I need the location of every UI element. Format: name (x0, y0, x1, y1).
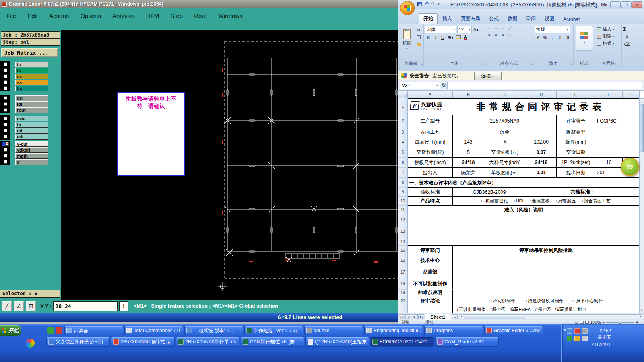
cell[interactable]: 不可以批量制作 (408, 278, 453, 290)
copy-icon[interactable] (415, 34, 422, 40)
align-middle-icon[interactable]: ≡ (493, 26, 499, 31)
row-header[interactable]: 14 (398, 237, 408, 246)
volume-icon[interactable] (582, 328, 588, 334)
restore-button[interactable]: □ (621, 1, 632, 8)
cell[interactable]: 24*18 (526, 158, 557, 168)
cell[interactable] (408, 306, 453, 313)
column-header-D[interactable]: D (526, 91, 557, 98)
cell[interactable]: X (484, 137, 526, 147)
cell[interactable]: （可以批量制作：□是 □否 编写FMEA：□是 □否 编写质量计划:□ (453, 306, 640, 313)
autosum-icon[interactable]: Σ (623, 26, 631, 32)
column-header-F[interactable]: F (595, 91, 623, 98)
layer-row-ydkdrl[interactable]: ydkdrl (0, 147, 61, 153)
cell[interactable]: 验收标准 (408, 188, 453, 197)
cell[interactable] (408, 226, 640, 237)
align-center-icon[interactable]: ≡ (493, 32, 499, 37)
row-header[interactable]: 5 (398, 147, 408, 158)
cell[interactable]: 评审部门 (408, 246, 453, 255)
font-dialog-launcher-icon[interactable]: ↘ (481, 62, 484, 66)
taskbar-button[interactable]: 兴森快捷衡阳分公司订... (46, 337, 110, 347)
redo-icon[interactable]: ↷ (431, 1, 435, 7)
layer-row-ss[interactable]: ss (0, 79, 61, 85)
row-header[interactable]: 3 (398, 127, 408, 137)
excel-titlebar[interactable]: ↶ ↷ ▾ FCGP6CAD20170420-003（2B57X05NA0）请购… (398, 0, 644, 9)
menu-edit[interactable]: Edit (27, 12, 38, 19)
zoom-out-icon[interactable]: − (602, 320, 605, 325)
hscroll-thumb[interactable] (465, 315, 525, 319)
cell[interactable]: 单板面积(㎡) (484, 168, 526, 178)
sheet-tab-sheet1[interactable]: Sheet1 (425, 314, 451, 320)
layer-row-adt[interactable]: adt (0, 134, 61, 140)
align-right-icon[interactable]: ≡ (500, 32, 506, 37)
grid-toggle-icon[interactable]: ⊞ (26, 301, 36, 311)
cell[interactable]: 交货数量(块) (408, 147, 453, 158)
merge-center-icon[interactable]: ⊟ (507, 32, 513, 37)
cell[interactable]: 0.01 (526, 168, 557, 178)
row-header[interactable]: 20 (398, 296, 408, 306)
cell[interactable]: 交货日期 (557, 147, 595, 158)
cell[interactable]: FCGP6C (595, 115, 640, 127)
layer-visibility-checkbox[interactable] (4, 102, 7, 106)
menu-rout[interactable]: Rout (194, 12, 207, 19)
qat-dropdown-icon[interactable]: ▾ (438, 2, 440, 6)
row-header[interactable]: 19 (398, 290, 408, 296)
row-header[interactable]: 6 (398, 158, 408, 168)
cell[interactable]: 板材类型 (557, 127, 595, 137)
font-size-select[interactable]: 12▾ (457, 26, 472, 33)
zoom-slider[interactable] (606, 322, 634, 323)
layer-row-bs[interactable]: bs (0, 85, 61, 91)
layer-row-drl[interactable]: drl (0, 95, 61, 101)
row-header[interactable]: 4 (398, 137, 408, 147)
layer-row-dd[interactable]: dd (0, 128, 61, 134)
insert-cells-button[interactable]: 插入▾ (597, 26, 614, 33)
number-format-select[interactable]: 常规▾ (535, 26, 570, 33)
clipboard-dialog-launcher-icon[interactable]: ↘ (420, 62, 423, 66)
cell[interactable] (595, 147, 640, 158)
menu-options[interactable]: Options (80, 12, 101, 19)
cell[interactable]: 2B57X05NA0 (453, 115, 557, 127)
scroll-up-icon[interactable]: ▲ (640, 98, 644, 103)
cell[interactable]: 生产型号 (408, 115, 453, 127)
increase-decimal-icon[interactable]: .0 (556, 34, 563, 41)
tab-数据[interactable]: 数据 (504, 14, 521, 24)
cell[interactable]: 表面工艺 (408, 127, 453, 137)
layer-visibility-checkbox[interactable] (4, 135, 7, 138)
close-button[interactable]: × (632, 1, 642, 8)
menu-file[interactable]: File (6, 12, 16, 19)
menu-dfm[interactable]: DFM (146, 12, 159, 19)
row-header[interactable]: 9 (398, 188, 408, 197)
page-layout-view-icon[interactable] (580, 321, 584, 324)
cell[interactable]: 难点（风险）说明 (408, 206, 640, 214)
cell[interactable]: 一、技术难点评审内容（产品策划评审） (408, 178, 640, 188)
cell[interactable]: 评审编号 (557, 115, 595, 127)
normal-view-icon[interactable] (575, 321, 578, 324)
cad-canvas[interactable]: 拼板数与请购单上不 符 请确认 (61, 30, 398, 300)
taskbar-button[interactable]: Graphic Editor 9.07b2 ... (484, 326, 543, 335)
zoom-in-icon[interactable]: + (636, 320, 638, 325)
layer-row-to[interactable]: to (0, 61, 61, 67)
measure-tool-icon[interactable]: ╱ (2, 301, 12, 311)
save-icon[interactable] (417, 2, 422, 6)
row-header[interactable]: 10 (398, 197, 408, 206)
decrease-decimal-icon[interactable]: .00 (564, 34, 571, 41)
taskbar-button[interactable]: 工程系统 版本: 1... (184, 326, 243, 335)
network-icon[interactable] (567, 328, 572, 334)
menu-actions[interactable]: Actions (49, 12, 69, 19)
tab-开始[interactable]: 开始 (419, 13, 438, 24)
currency-format-icon[interactable]: ¥ (535, 34, 541, 41)
next-sheet-icon[interactable]: ▶ (412, 314, 418, 319)
xy-coordinate-input[interactable] (53, 301, 118, 311)
column-header-A[interactable]: A (408, 91, 453, 98)
layer-row-cvia[interactable]: cvia (0, 115, 61, 121)
cell[interactable]: 品质部 (408, 266, 453, 278)
cell[interactable]: 16 (595, 158, 623, 168)
layer-visibility-checkbox[interactable] (4, 148, 7, 152)
menu-windows[interactable]: Windows (218, 12, 243, 19)
office-button[interactable] (400, 1, 415, 15)
page-break-view-icon[interactable] (585, 321, 589, 324)
update-icon[interactable] (574, 336, 580, 341)
security-options-button[interactable]: 选项... (474, 72, 502, 80)
delete-cells-button[interactable]: 删除▾ (597, 33, 614, 40)
layer-visibility-checkbox[interactable]: ✕ (5, 142, 9, 146)
alert-button[interactable]: ! (119, 301, 128, 311)
